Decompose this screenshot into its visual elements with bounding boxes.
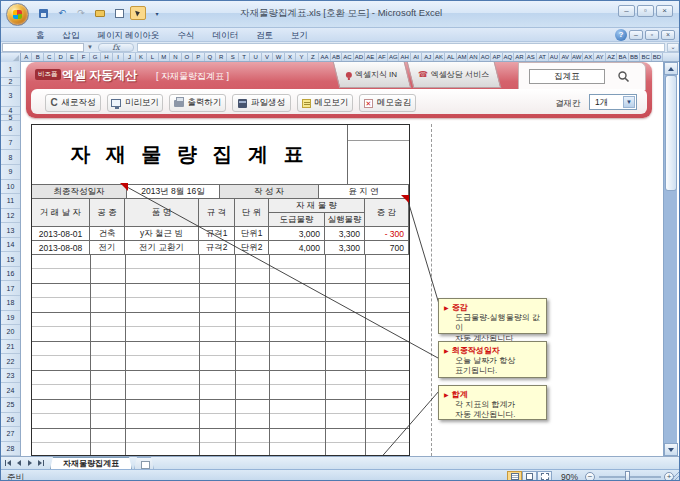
- column-header[interactable]: AF: [377, 53, 388, 61]
- page-break-view-button[interactable]: [537, 471, 552, 481]
- column-header[interactable]: AQ: [503, 53, 514, 61]
- first-sheet-button[interactable]: [3, 458, 13, 468]
- column-header[interactable]: A: [21, 53, 32, 61]
- column-header[interactable]: Z: [308, 53, 319, 61]
- row-header[interactable]: 20: [1, 325, 20, 340]
- column-header[interactable]: B: [32, 53, 43, 61]
- tab-excel-consult[interactable]: ☎엑셀상담 서비스: [407, 62, 501, 88]
- cell-spec[interactable]: 규격2: [199, 241, 235, 255]
- row-header[interactable]: 28: [1, 442, 20, 456]
- column-header[interactable]: AN: [468, 53, 479, 61]
- approval-count-select[interactable]: 1개 ▼: [589, 94, 637, 110]
- header-diff[interactable]: 증 감: [365, 199, 409, 227]
- header-actual-qty[interactable]: 실행물량: [325, 213, 365, 227]
- row-header[interactable]: 13: [1, 223, 20, 238]
- column-header[interactable]: K: [136, 53, 147, 61]
- zoom-level-label[interactable]: 90%: [561, 472, 578, 481]
- row-header[interactable]: 27: [1, 427, 20, 442]
- show-memo-button[interactable]: 메모보기: [297, 94, 353, 112]
- cell-item[interactable]: 전기 교환기: [125, 241, 199, 255]
- header-material-qty-group[interactable]: 자 재 물 량: [269, 199, 365, 213]
- row-header[interactable]: 12: [1, 209, 20, 224]
- last-edit-date-label[interactable]: 최종작성일자: [32, 185, 127, 199]
- cell-work[interactable]: 건축: [90, 227, 125, 241]
- approval-sign-box[interactable]: [348, 125, 409, 185]
- ribbon-tab[interactable]: 홈: [27, 28, 54, 42]
- scroll-up-button[interactable]: [664, 62, 678, 75]
- column-header[interactable]: AS: [526, 53, 537, 61]
- row-header[interactable]: 2: [1, 78, 20, 86]
- column-header[interactable]: AW: [572, 53, 583, 61]
- last-sheet-button[interactable]: [36, 458, 46, 468]
- column-header[interactable]: AI: [411, 53, 422, 61]
- row-header[interactable]: 6: [1, 121, 20, 136]
- ribbon-tab[interactable]: 페이지 레이아웃: [89, 28, 169, 42]
- row-header[interactable]: 26: [1, 413, 20, 428]
- cell-date[interactable]: 2013-08-01: [32, 227, 90, 241]
- column-header[interactable]: D: [55, 53, 66, 61]
- vertical-scrollbar[interactable]: [663, 62, 677, 456]
- restore-button[interactable]: ▫: [637, 5, 654, 17]
- column-header[interactable]: AT: [537, 53, 548, 61]
- cell-actual-qty[interactable]: 3,300: [325, 241, 365, 255]
- cell-work[interactable]: 전기: [90, 241, 125, 255]
- ribbon-tab[interactable]: 삽입: [54, 28, 89, 42]
- cell-contract-qty[interactable]: 4,000: [269, 241, 325, 255]
- formula-bar-expand-button[interactable]: ⌄: [667, 43, 679, 52]
- cell-item[interactable]: y자 철근 빔: [125, 227, 199, 241]
- preview-button[interactable]: 미리보기: [107, 94, 163, 112]
- author-value[interactable]: 윤 지 연: [319, 185, 409, 199]
- prev-sheet-button[interactable]: [14, 458, 24, 468]
- help-button[interactable]: ?: [615, 29, 627, 41]
- ribbon-tab[interactable]: 데이터: [203, 28, 247, 42]
- workbook-close-button[interactable]: ×: [661, 30, 675, 40]
- column-header[interactable]: T: [239, 53, 250, 61]
- row-header[interactable]: 18: [1, 296, 20, 311]
- column-header[interactable]: AK: [434, 53, 445, 61]
- last-edit-date-value[interactable]: 2013년 8월 16일: [127, 185, 220, 199]
- column-header[interactable]: H: [101, 53, 112, 61]
- column-header[interactable]: AV: [560, 53, 571, 61]
- column-header[interactable]: Y: [296, 53, 307, 61]
- column-header[interactable]: BD: [652, 53, 663, 61]
- vertical-scroll-thumb[interactable]: [665, 75, 677, 191]
- row-header[interactable]: 9: [1, 165, 20, 180]
- cell-date[interactable]: 2013-08-08: [32, 241, 90, 255]
- formula-input[interactable]: [137, 43, 665, 52]
- search-input[interactable]: [529, 69, 605, 84]
- ribbon-tab[interactable]: 수식: [168, 28, 203, 42]
- column-header[interactable]: AR: [514, 53, 525, 61]
- row-header[interactable]: 11: [1, 194, 20, 209]
- cell-actual-qty[interactable]: 3,300: [325, 227, 365, 241]
- row-header[interactable]: 16: [1, 267, 20, 282]
- column-header[interactable]: F: [78, 53, 89, 61]
- column-header[interactable]: AC: [342, 53, 353, 61]
- row-header[interactable]: 7: [1, 136, 20, 151]
- row-header[interactable]: 23: [1, 369, 20, 384]
- column-header[interactable]: AZ: [606, 53, 617, 61]
- column-header[interactable]: R: [216, 53, 227, 61]
- column-header[interactable]: AE: [365, 53, 376, 61]
- column-header[interactable]: AP: [491, 53, 502, 61]
- row-header[interactable]: 14: [1, 238, 20, 253]
- sheet-tab-active[interactable]: 자재물량집계표: [50, 457, 132, 469]
- row-header[interactable]: 3: [1, 86, 20, 107]
- row-header[interactable]: 24: [1, 383, 20, 398]
- column-header[interactable]: U: [250, 53, 261, 61]
- row-header[interactable]: 1: [1, 62, 20, 78]
- column-header[interactable]: AJ: [422, 53, 433, 61]
- hide-memo-button[interactable]: ✕ 메모숨김: [359, 94, 416, 112]
- column-header[interactable]: AO: [480, 53, 491, 61]
- tab-excel-knowledge[interactable]: 엑셀지식 IN: [333, 62, 411, 88]
- column-header[interactable]: BB: [629, 53, 640, 61]
- zoom-slider-thumb[interactable]: [625, 471, 630, 481]
- column-header[interactable]: S: [227, 53, 238, 61]
- cell-unit[interactable]: 단위1: [235, 227, 269, 241]
- dropdown-arrow-icon[interactable]: ▼: [623, 96, 635, 108]
- column-header[interactable]: V: [262, 53, 273, 61]
- row-header[interactable]: 17: [1, 281, 20, 296]
- select-all-corner[interactable]: [1, 53, 21, 62]
- next-sheet-button[interactable]: [25, 458, 35, 468]
- column-header[interactable]: AG: [388, 53, 399, 61]
- scroll-down-button[interactable]: [664, 443, 678, 456]
